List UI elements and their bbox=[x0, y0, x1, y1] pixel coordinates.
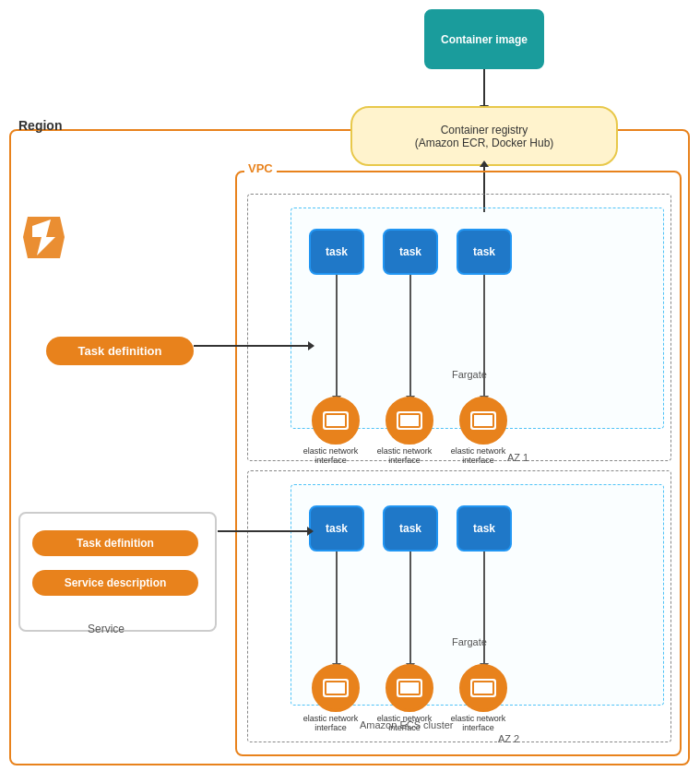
task-az1-1: task bbox=[309, 229, 364, 275]
eni-label-az1-3: elastic networkinterface bbox=[448, 446, 508, 465]
eni-icon-az1-2 bbox=[397, 411, 422, 430]
service-label: Service bbox=[88, 623, 125, 635]
eni-label-az1-2: elastic networkinterface bbox=[374, 446, 434, 465]
eni-az2-1 bbox=[312, 664, 360, 712]
task-az2-1: task bbox=[309, 505, 364, 552]
task-az2-2: task bbox=[383, 505, 438, 552]
vpc-label: VPC bbox=[244, 161, 277, 175]
eni-icon-az1-3 bbox=[470, 411, 496, 430]
task-az1-3: task bbox=[457, 229, 512, 275]
service-description-button[interactable]: Service description bbox=[32, 570, 198, 596]
v-arrow-az2-1 bbox=[336, 552, 338, 664]
task-az1-2: task bbox=[383, 229, 438, 275]
v-arrow-az1-2 bbox=[409, 275, 411, 397]
arrow-taskdef-to-az1 bbox=[194, 345, 309, 347]
eni-label-az2-1: elastic networkinterface bbox=[301, 714, 361, 732]
diagram-container: Region Container image Container registr… bbox=[0, 0, 700, 783]
eni-icon-az2-3 bbox=[470, 679, 496, 697]
eni-label-az2-3: elastic networkinterface bbox=[448, 714, 508, 732]
ecs-cluster-label: Amazon ECS cluster bbox=[360, 719, 453, 730]
eni-icon-az2-2 bbox=[397, 679, 422, 697]
fargate1-label: Fargate bbox=[452, 369, 487, 380]
v-arrow-az1-3 bbox=[483, 275, 485, 397]
v-arrow-az2-3 bbox=[483, 552, 485, 664]
container-image-label: Container image bbox=[441, 33, 528, 46]
container-image-box: Container image bbox=[424, 9, 544, 69]
eni-icon-az2-1 bbox=[323, 679, 349, 697]
eni-icon-az1-1 bbox=[323, 411, 349, 430]
container-registry-label: Container registry(Amazon ECR, Docker Hu… bbox=[415, 124, 554, 149]
eni-az2-2 bbox=[386, 664, 433, 712]
az2-label: AZ 2 bbox=[498, 733, 519, 744]
v-arrow-az2-2 bbox=[409, 552, 411, 664]
v-arrow-az1-1 bbox=[336, 275, 338, 397]
eni-az2-3 bbox=[459, 664, 507, 712]
region-label: Region bbox=[18, 118, 62, 133]
arrow-service-to-az2 bbox=[218, 530, 308, 532]
eni-az1-2 bbox=[386, 397, 433, 445]
az1-label: AZ 1 bbox=[507, 452, 528, 463]
container-registry-box: Container registry(Amazon ECR, Docker Hu… bbox=[350, 106, 618, 166]
eni-az1-1 bbox=[312, 397, 360, 445]
ecs-icon bbox=[18, 212, 69, 263]
service-task-definition-button[interactable]: Task definition bbox=[32, 530, 198, 556]
task-az2-3: task bbox=[457, 505, 512, 552]
eni-az1-3 bbox=[459, 397, 507, 445]
fargate2-label: Fargate bbox=[452, 636, 487, 647]
arrow-image-to-registry bbox=[483, 69, 485, 106]
eni-label-az1-1: elastic networkinterface bbox=[301, 446, 361, 465]
task-definition-button[interactable]: Task definition bbox=[46, 337, 194, 365]
